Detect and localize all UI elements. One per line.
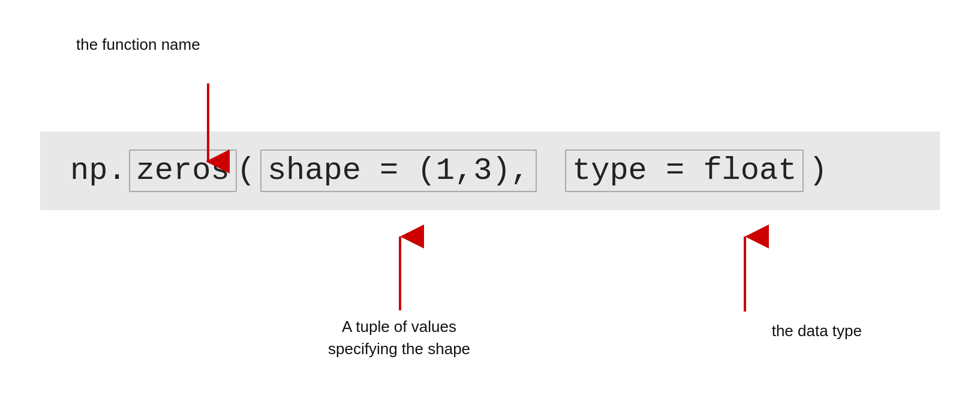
code-close-paren: ) xyxy=(808,153,827,188)
tuple-label: A tuple of values specifying the shape xyxy=(328,316,470,360)
code-expression: np. zeros ( shape = (1,3), type = float … xyxy=(70,149,828,192)
code-space xyxy=(542,153,560,188)
function-name-label: the function name xyxy=(76,35,200,54)
code-function-name: zeros xyxy=(129,149,237,192)
data-type-label: the data type xyxy=(772,320,862,342)
code-band: np. zeros ( shape = (1,3), type = float … xyxy=(40,131,940,210)
code-shape-param: shape = (1,3), xyxy=(260,149,537,192)
code-prefix: np. xyxy=(70,153,127,188)
diagram-container: np. zeros ( shape = (1,3), type = float … xyxy=(40,23,940,396)
code-type-param: type = float xyxy=(565,149,804,192)
code-open-paren: ( xyxy=(237,153,255,188)
